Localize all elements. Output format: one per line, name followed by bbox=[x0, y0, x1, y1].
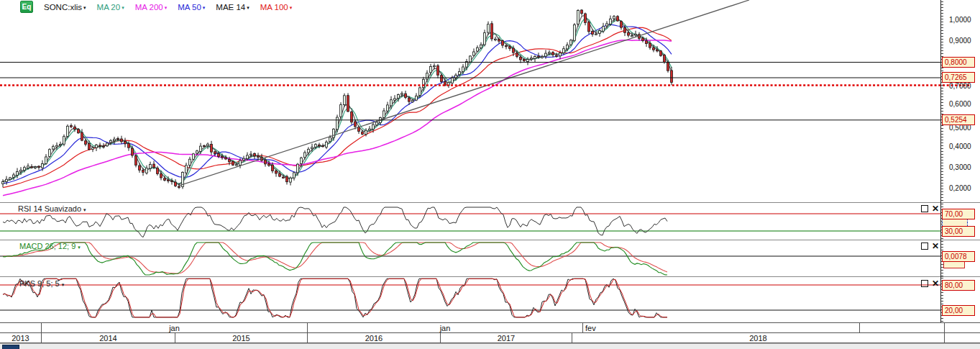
mae14-overlay-menu[interactable]: MAE 14 ▾ bbox=[216, 3, 249, 12]
chevron-down-icon: ▾ bbox=[290, 5, 293, 10]
ma50-overlay-menu[interactable]: MA 50 ▾ bbox=[178, 3, 205, 12]
maximize-panel-button[interactable] bbox=[921, 205, 928, 212]
rsi-panel-menu[interactable]: RSI 14 Suavizado ▾ bbox=[18, 204, 86, 213]
year-cell bbox=[944, 333, 979, 343]
year-cell: 2015 bbox=[175, 333, 307, 343]
pks-panel-buttons: ✕ bbox=[921, 280, 939, 287]
chevron-down-icon: ▾ bbox=[122, 5, 124, 10]
symbol-selector[interactable]: SONC:xlis ▾ bbox=[44, 3, 86, 12]
panel-dividers bbox=[0, 0, 980, 322]
ma20-label: MA 20 bbox=[97, 3, 121, 12]
close-panel-button[interactable]: ✕ bbox=[932, 280, 939, 287]
ma100-overlay-menu[interactable]: MA 100 ▾ bbox=[260, 3, 293, 12]
chevron-down-icon: ▾ bbox=[165, 5, 168, 10]
month-label: jan bbox=[440, 324, 451, 332]
maximize-panel-button[interactable] bbox=[921, 280, 928, 287]
year-label: 2013 bbox=[12, 334, 29, 343]
year-cell: 2017 bbox=[440, 333, 572, 343]
close-panel-button[interactable]: ✕ bbox=[932, 243, 939, 250]
time-axis: jan jan fev 2013 2014 2015 2016 2017 201… bbox=[0, 322, 980, 343]
price-axis-ruler bbox=[941, 1, 943, 202]
chevron-down-icon: ▾ bbox=[62, 282, 65, 287]
ma200-overlay-menu[interactable]: MA 200 ▾ bbox=[135, 3, 168, 12]
macd-panel-menu[interactable]: MACD 26; 12; 9 ▾ bbox=[19, 242, 81, 250]
macd-panel-buttons: ✕ bbox=[921, 243, 939, 250]
year-cell: 2016 bbox=[307, 333, 440, 343]
pks-panel-menu[interactable]: PKS 9; 5; 5 ▾ bbox=[19, 279, 64, 288]
year-label: 2018 bbox=[749, 334, 766, 343]
month-cell: jan bbox=[41, 323, 307, 332]
indicator-level-lines bbox=[0, 214, 940, 310]
month-label: fev bbox=[585, 324, 596, 332]
chevron-down-icon: ▾ bbox=[203, 5, 206, 10]
maximize-panel-button[interactable] bbox=[921, 243, 928, 250]
chevron-down-icon: ▾ bbox=[247, 5, 249, 10]
rsi-panel-buttons: ✕ bbox=[921, 205, 939, 212]
chevron-down-icon: ▾ bbox=[78, 245, 81, 250]
year-cell: 2013 bbox=[0, 333, 41, 343]
macd-signal-line bbox=[3, 243, 667, 273]
trading-chart-window: Eq SONC:xlis ▾ MA 20 ▾ MA 200 ▾ MA 50 ▾ … bbox=[0, 0, 980, 349]
month-cell bbox=[859, 323, 944, 332]
rsi-line bbox=[3, 207, 667, 237]
chart-toolbar: Eq SONC:xlis ▾ MA 20 ▾ MA 200 ▾ MA 50 ▾ … bbox=[20, 1, 292, 13]
symbol-label: SONC:xlis bbox=[44, 3, 82, 12]
month-cell: fev bbox=[582, 323, 859, 332]
mae14-label: MAE 14 bbox=[216, 3, 245, 12]
pks-title: PKS 9; 5; 5 bbox=[19, 279, 60, 288]
chevron-down-icon: ▾ bbox=[83, 207, 86, 212]
year-label: 2015 bbox=[232, 334, 249, 343]
ma100-label: MA 100 bbox=[260, 3, 288, 12]
stochastic-d-line bbox=[3, 278, 667, 317]
year-row: 2013 2014 2015 2016 2017 2018 bbox=[0, 333, 980, 343]
month-cell bbox=[944, 323, 979, 332]
candlestick-series bbox=[2, 9, 673, 189]
equity-type-badge: Eq bbox=[20, 1, 33, 13]
macd-axis-ruler bbox=[941, 241, 943, 276]
rsi-axis-ruler bbox=[941, 204, 943, 240]
year-label: 2014 bbox=[99, 334, 116, 343]
year-label: 2017 bbox=[498, 334, 515, 343]
year-label: 2016 bbox=[365, 334, 383, 343]
ma50-line bbox=[3, 24, 672, 183]
pks-axis-ruler bbox=[941, 278, 943, 322]
ma50-label: MA 50 bbox=[178, 3, 201, 12]
close-panel-button[interactable]: ✕ bbox=[932, 205, 939, 212]
ma20-overlay-menu[interactable]: MA 20 ▾ bbox=[97, 3, 124, 12]
month-cell: jan bbox=[307, 323, 582, 332]
month-row: jan jan fev bbox=[0, 323, 980, 332]
month-label: jan bbox=[169, 324, 180, 332]
macd-line bbox=[3, 243, 667, 275]
trend-line[interactable] bbox=[179, 0, 749, 186]
year-cell: 2014 bbox=[41, 333, 175, 343]
scrollbar-thumb[interactable] bbox=[2, 345, 19, 349]
price-chart-canvas bbox=[0, 0, 980, 343]
rsi-title: RSI 14 Suavizado bbox=[18, 204, 81, 213]
year-cell: 2018 bbox=[572, 333, 944, 343]
chevron-down-icon: ▾ bbox=[83, 5, 86, 10]
macd-title: MACD 26; 12; 9 bbox=[19, 242, 75, 250]
horizontal-scrollbar[interactable] bbox=[0, 343, 980, 349]
ma200-label: MA 200 bbox=[135, 3, 163, 12]
